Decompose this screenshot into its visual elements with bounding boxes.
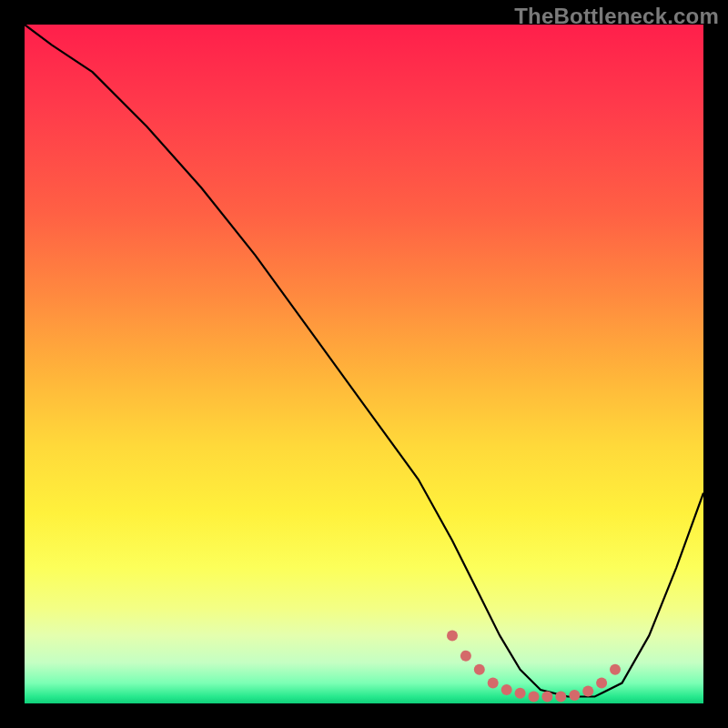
optimal-dot bbox=[488, 678, 499, 689]
chart-frame: TheBottleneck.com bbox=[0, 0, 728, 728]
optimal-dot bbox=[474, 664, 485, 675]
plot-area bbox=[25, 25, 703, 703]
chart-svg bbox=[25, 25, 703, 703]
bottleneck-curve-path bbox=[25, 25, 703, 697]
optimal-dot bbox=[610, 664, 621, 675]
optimal-dot bbox=[541, 692, 552, 703]
optimal-dot bbox=[529, 692, 540, 703]
watermark-text: TheBottleneck.com bbox=[514, 4, 719, 29]
optimal-dot bbox=[569, 690, 580, 701]
optimal-dot bbox=[501, 684, 512, 695]
optimal-dot bbox=[555, 692, 566, 703]
optimal-dot bbox=[515, 688, 526, 699]
optimal-dot bbox=[596, 678, 607, 689]
optimal-dot bbox=[460, 651, 471, 662]
optimal-region-dots-group bbox=[447, 630, 621, 702]
optimal-dot bbox=[582, 686, 593, 697]
optimal-dot bbox=[447, 630, 458, 641]
